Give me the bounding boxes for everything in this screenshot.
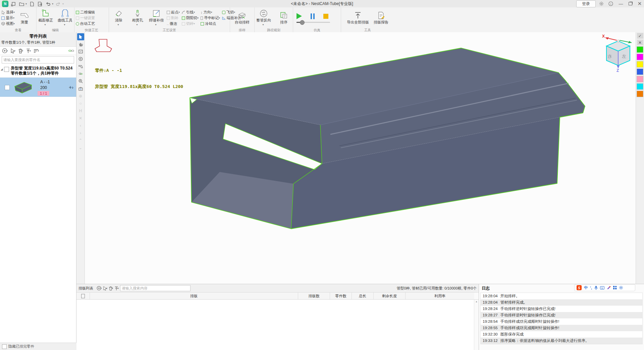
select-parts-button[interactable]: ▾ — [10, 48, 15, 53]
color-swatch-pink[interactable] — [637, 76, 643, 82]
ime-toolbox-icon[interactable] — [613, 286, 617, 290]
simulation-speed-slider[interactable] — [297, 22, 330, 23]
ime-lang-icon[interactable]: 中 — [584, 285, 588, 290]
curve-tools-button[interactable]: 曲线工具▾ — [57, 9, 73, 27]
group-label-sim: 仿真 — [294, 28, 339, 32]
vp-snapshot-icon[interactable] — [77, 85, 84, 92]
axis-x-label: X — [602, 34, 605, 39]
hide-finished-row[interactable]: 隐藏已排完零件 — [0, 343, 76, 350]
nesting-scrollbar[interactable]: ▲ — [474, 300, 479, 350]
vp-select-icon[interactable] — [77, 33, 84, 40]
ime-keyboard-icon[interactable] — [600, 286, 604, 290]
weld-compensate-button[interactable]: 焊缝补偿▾ — [148, 9, 165, 27]
tree-expander-icon[interactable]: ◢ — [1, 68, 3, 71]
lead-line-button[interactable]: 引线▾ — [182, 10, 199, 15]
restore-button[interactable] — [627, 1, 633, 6]
col-nest-count[interactable]: 排版数 — [298, 293, 330, 299]
col-remaining[interactable]: 剩余长度 — [374, 293, 406, 299]
ime-mic-icon[interactable] — [594, 286, 598, 290]
nesting-search-input[interactable] — [120, 285, 191, 291]
nest-add-button[interactable]: ▾ — [97, 286, 102, 291]
intersect-hole-button[interactable]: 相贯孔▾ — [129, 9, 146, 27]
vp-measure-icon[interactable] — [77, 63, 84, 70]
info-icon[interactable]: i — [608, 1, 614, 6]
col-part-count[interactable]: 零件数 — [330, 293, 352, 299]
col-nest[interactable]: 排版 — [90, 293, 298, 299]
log-rows: 19:28:04开始排样。 19:28:04管材排样完成。 19:28:24手动… — [480, 293, 643, 344]
color-swatch-magenta[interactable] — [637, 54, 643, 60]
color-swatch-blue[interactable] — [637, 69, 643, 75]
palette-cancel-button[interactable]: ✕ — [637, 40, 643, 45]
part-move-icon[interactable]: +› — [69, 84, 73, 90]
vp-zoom-fit-icon[interactable] — [77, 48, 84, 55]
vp-eraser-icon[interactable] — [77, 70, 84, 77]
micro-joint-button[interactable]: ‥微连 — [167, 21, 180, 27]
display-tool-button[interactable]: 显示▾ — [1, 15, 15, 21]
part-list-item-selected[interactable]: A - -1 200 1 / 1 +› — [0, 78, 76, 97]
stop-button[interactable] — [323, 14, 328, 19]
direction-button[interactable]: ↕方向▾ — [201, 10, 220, 15]
link-parts-button[interactable] — [68, 49, 74, 53]
nest-select-button[interactable]: ▾ — [103, 286, 107, 291]
minimize-button[interactable]: — — [618, 1, 624, 6]
color-swatch-orange[interactable] — [637, 91, 643, 97]
sort-button[interactable]: 排序 — [275, 11, 292, 25]
close-button[interactable]: ✕ — [637, 1, 643, 7]
color-swatch-yellow[interactable] — [637, 61, 643, 68]
parts-search-input[interactable] — [2, 56, 74, 63]
delete-part-button[interactable]: ▾ — [18, 48, 23, 53]
sort-list-button[interactable]: ▾ — [34, 49, 39, 53]
log-row: 19:28:04管材排样完成。 — [481, 299, 642, 306]
hide-finished-checkbox[interactable] — [2, 344, 7, 349]
part-length: 200 — [40, 85, 47, 90]
ribbon: 选择▾ 显示▾ 视图▾ 测量 查看 截面修正▾ 曲线工具▾ 编辑 — [0, 7, 644, 33]
slider-knob[interactable] — [300, 20, 305, 25]
part-checkbox[interactable] — [5, 85, 10, 90]
col-checkbox[interactable] — [76, 293, 90, 299]
viewport-canvas[interactable]: 零件:A - -1 异型管 宽度119.81x高度60 T0.524 L200 — [85, 32, 636, 284]
select-tool-button[interactable]: 选择▾ — [1, 10, 15, 15]
move-top-button[interactable]: ▾ — [26, 48, 31, 53]
parts-group-row[interactable]: ◢ 异型管 宽度119.81x高度60 T0.524 零件数量1/1个，共1种零… — [0, 64, 76, 78]
center-mark-button[interactable]: 寻中标记▾ — [201, 15, 220, 21]
vp-zoom-in-icon[interactable] — [77, 55, 84, 62]
settings-gear-icon[interactable] — [599, 1, 605, 6]
col-utilization[interactable]: 利用率 — [406, 293, 474, 299]
export-all-button[interactable]: 导出全部排版 — [346, 11, 370, 25]
nest-report-button[interactable]: 排版报告 — [373, 11, 389, 25]
pause-button[interactable] — [311, 13, 315, 19]
group-checkbox[interactable] — [4, 67, 9, 72]
view-tool-button[interactable]: 视图▾ — [1, 21, 15, 27]
col-total-length[interactable]: 总长 — [352, 293, 374, 299]
login-button[interactable]: 登录 — [576, 0, 596, 7]
auto-nest-button[interactable]: 自动排样 — [234, 11, 251, 25]
cooling-point-button[interactable]: 冷却点 — [201, 21, 220, 27]
nest-delete-button[interactable]: ▾ — [109, 286, 113, 291]
vp-magnifier-plus-icon[interactable] — [77, 78, 84, 85]
color-swatch-cyan[interactable] — [637, 83, 643, 90]
section-fix-button[interactable]: 截面修正▾ — [37, 9, 54, 27]
reverse-tube-button[interactable]: 整管反向▾ — [255, 9, 272, 27]
edit-2d-button[interactable]: 二维编辑 — [76, 10, 95, 15]
yin-yang-cut-button[interactable]: 阴阳切▾ — [182, 15, 199, 21]
add-part-button[interactable]: ▾ — [2, 48, 8, 53]
ime-punct-icon[interactable]: ’, — [590, 286, 592, 290]
vp-pan-hand-icon[interactable] — [77, 41, 84, 48]
measure-button[interactable]: 测量 — [16, 11, 33, 25]
svg-text:右: 右 — [607, 54, 612, 59]
color-swatch-green[interactable] — [637, 46, 643, 53]
part-3d[interactable] — [85, 32, 636, 284]
start-point-button[interactable]: 起点▾ — [167, 10, 180, 15]
clear-button[interactable]: 清除▾ — [110, 9, 127, 27]
vp-up-disabled-icon: ⌃ — [77, 137, 84, 144]
play-button[interactable] — [297, 13, 302, 19]
ime-logo-icon[interactable]: S — [577, 285, 582, 290]
view-cube[interactable]: 右 左 X Z — [601, 34, 635, 72]
auto-process-button[interactable]: 自动工艺 — [76, 21, 95, 27]
ime-settings-icon[interactable] — [619, 286, 623, 290]
ime-skin-icon[interactable] — [607, 286, 611, 290]
nest-top-button[interactable]: ▾ — [114, 286, 119, 291]
palette-apply-button[interactable]: ✓ — [637, 33, 643, 39]
axis-z-label: Z — [616, 68, 619, 72]
title-bar: N ▾ ▾ ▾ <未命名> - NestCAM-Tube[专业版] 登录 i —… — [0, 0, 644, 8]
